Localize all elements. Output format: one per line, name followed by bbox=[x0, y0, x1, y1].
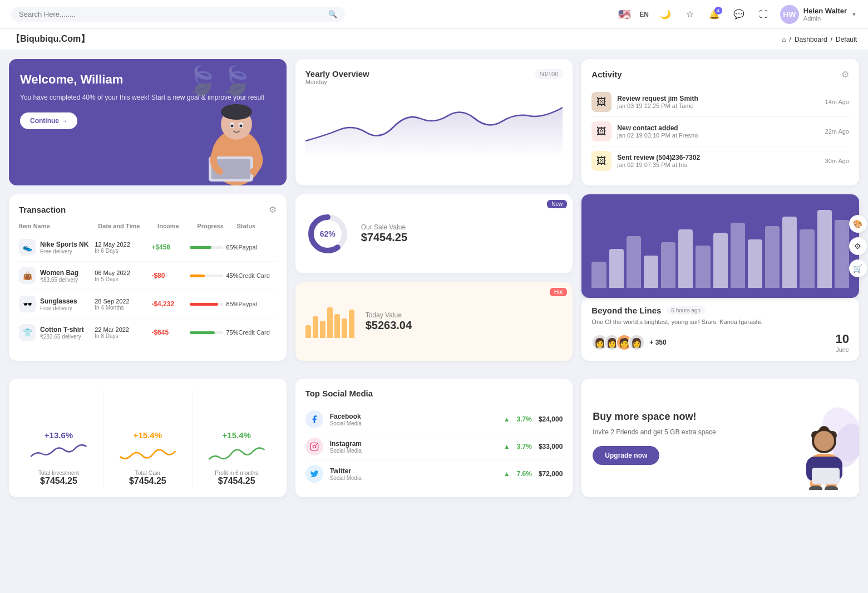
svg-point-5 bbox=[230, 125, 233, 128]
mini-stat-pct-1: +15.4% bbox=[134, 430, 162, 440]
user-role: Admin bbox=[803, 15, 847, 22]
breadcrumb: ⌂ / Dashboard / Default bbox=[782, 36, 857, 43]
main-bar-10 bbox=[765, 226, 780, 288]
upgrade-card: Buy more space now! Invite 2 Friends and… bbox=[581, 379, 859, 497]
mini-stat-2: +15.4% Profit in 6 months $7454.25 bbox=[198, 430, 275, 486]
star-icon[interactable]: ☆ bbox=[682, 7, 698, 22]
new-badge: New bbox=[547, 200, 567, 208]
col-item: Item Name bbox=[19, 223, 98, 229]
float-settings-icon[interactable]: ⚙ bbox=[849, 237, 867, 255]
continue-button[interactable]: Continue → bbox=[20, 112, 77, 129]
chat-icon[interactable]: 💬 bbox=[731, 7, 747, 22]
donut-label: 62% bbox=[320, 229, 336, 238]
social-card: Top Social Media Facebook Social Media ▲… bbox=[295, 379, 573, 497]
home-icon[interactable]: ⌂ bbox=[782, 36, 786, 43]
search-icon: 🔍 bbox=[328, 10, 337, 18]
divider-1 bbox=[103, 390, 103, 486]
svg-rect-28 bbox=[812, 468, 840, 484]
activity-card: Activity ⚙ 🖼 Review request jim Smith ja… bbox=[581, 59, 859, 185]
tw-up-arrow: ▲ bbox=[504, 470, 510, 478]
theme-toggle[interactable]: 🌙 bbox=[658, 7, 673, 22]
beyond-date: 10 June bbox=[836, 332, 849, 353]
today-bar bbox=[327, 307, 333, 338]
col-status: Status bbox=[236, 223, 276, 229]
table-row-3: 👕 Cotton T-shirt ₹283.65 delivery 22 Mar… bbox=[19, 318, 277, 346]
ig-pct: 3.7% bbox=[517, 443, 532, 450]
user-info[interactable]: HW Helen Walter Admin ▼ bbox=[780, 5, 857, 24]
main-bar-5 bbox=[678, 229, 693, 288]
upgrade-button[interactable]: Upgrade now bbox=[593, 446, 659, 465]
svg-point-2 bbox=[221, 104, 252, 120]
mini-stat-pct-0: +13.6% bbox=[45, 430, 73, 440]
svg-point-14 bbox=[315, 444, 317, 445]
tw-pct: 7.6% bbox=[517, 470, 532, 478]
mini-stat-0: +13.6% Total Investment $7454.25 bbox=[20, 430, 97, 486]
today-bar bbox=[313, 316, 318, 338]
mini-stat-label-0: Total Investment bbox=[38, 470, 79, 476]
social-name-tw: Twitter bbox=[330, 467, 497, 475]
social-type-tw: Social Media bbox=[330, 475, 497, 481]
yearly-subtitle: Monday bbox=[305, 79, 369, 85]
fb-up-arrow: ▲ bbox=[504, 415, 510, 423]
activity-title-1: New contact added bbox=[617, 124, 819, 132]
social-name-fb: Facebook bbox=[330, 413, 497, 420]
today-info: Today Value $5263.04 bbox=[366, 311, 412, 332]
expand-icon[interactable]: ⛶ bbox=[756, 7, 771, 22]
breadcrumb-bar: 【Biqubiqu.Com】 ⌂ / Dashboard / Default bbox=[0, 29, 868, 50]
transaction-settings-icon[interactable]: ⚙ bbox=[269, 204, 277, 215]
beyond-time-badge: 6 hours ago bbox=[667, 306, 705, 315]
bell-icon[interactable]: 🔔 4 bbox=[707, 7, 722, 22]
main-bar-3 bbox=[644, 256, 658, 288]
chevron-down-icon: ▼ bbox=[851, 11, 857, 17]
facebook-icon bbox=[305, 410, 323, 428]
hot-badge: Hot bbox=[550, 288, 568, 296]
palette-icon[interactable]: 🎨 bbox=[849, 215, 867, 233]
fb-val: $24,000 bbox=[539, 415, 563, 423]
today-value-card: Hot Today Value $5263.04 bbox=[295, 282, 573, 361]
instagram-icon bbox=[305, 438, 323, 455]
avatar-4: 👩 bbox=[628, 334, 645, 351]
lang-label: EN bbox=[639, 11, 649, 18]
svg-point-13 bbox=[313, 445, 315, 448]
mini-stat-value-0: $7454.25 bbox=[40, 476, 77, 486]
transaction-rows: 👟 Nike Sports NK Free delivery 12 May 20… bbox=[19, 233, 277, 346]
today-label: Today Value bbox=[366, 311, 412, 319]
activity-time-2: jan 02 19 07:35 PM at Iris bbox=[617, 161, 819, 168]
bc-dashboard[interactable]: Dashboard bbox=[795, 36, 827, 43]
col-date: Date and Time bbox=[98, 223, 157, 229]
mini-stat-label-1: Total Gain bbox=[135, 470, 160, 476]
beyond-date-month: June bbox=[836, 346, 849, 353]
beyond-header: Beyond the Lines 6 hours ago bbox=[591, 306, 849, 315]
activity-header: Activity ⚙ bbox=[591, 69, 849, 80]
activity-info-1: New contact added jan 02 19 03:10 PM at … bbox=[617, 124, 819, 139]
mini-stat-1: +15.4% Total Gain $7454.25 bbox=[109, 430, 186, 486]
cart-icon[interactable]: 🛒 bbox=[849, 259, 867, 277]
activity-title-2: Sent review (504)236-7302 bbox=[617, 154, 819, 161]
table-row-1: 👜 Women Bag ₹83.65 delivery 06 May 2022I… bbox=[19, 262, 277, 290]
activity-item-2: 🖼 Sent review (504)236-7302 jan 02 19 07… bbox=[591, 146, 849, 175]
search-input[interactable] bbox=[19, 10, 324, 18]
twitter-icon bbox=[305, 465, 323, 483]
main-bar-11 bbox=[782, 217, 797, 288]
table-row-0: 👟 Nike Sports NK Free delivery 12 May 20… bbox=[19, 233, 277, 262]
social-name-ig: Instagram bbox=[330, 440, 497, 448]
mini-stat-value-1: $7454.25 bbox=[129, 476, 166, 486]
ig-up-arrow: ▲ bbox=[504, 443, 510, 450]
activity-info-0: Review request jim Smith jan 03 19 12:25… bbox=[617, 95, 819, 109]
today-bar bbox=[349, 310, 354, 338]
user-name: Helen Walter bbox=[803, 7, 847, 15]
main-bar-2 bbox=[627, 236, 641, 288]
bc-default[interactable]: Default bbox=[836, 36, 857, 43]
main-bar-6 bbox=[696, 246, 710, 288]
mini-stat-label-2: Profit in 6 months bbox=[215, 470, 258, 476]
activity-settings-icon[interactable]: ⚙ bbox=[841, 69, 849, 80]
avatar: HW bbox=[780, 5, 799, 24]
col-income: Income bbox=[157, 223, 197, 229]
activity-time-1: jan 02 19 03:10 PM at Fresno bbox=[617, 132, 819, 139]
today-bar bbox=[334, 314, 340, 338]
mini-wave-2 bbox=[198, 440, 275, 468]
bell-badge: 4 bbox=[714, 7, 722, 14]
welcome-illustration bbox=[192, 91, 287, 185]
search-bar[interactable]: 🔍 bbox=[11, 7, 345, 22]
topnav: 🔍 🇺🇸 EN 🌙 ☆ 🔔 4 💬 ⛶ HW Helen Walter Admi… bbox=[0, 0, 868, 29]
